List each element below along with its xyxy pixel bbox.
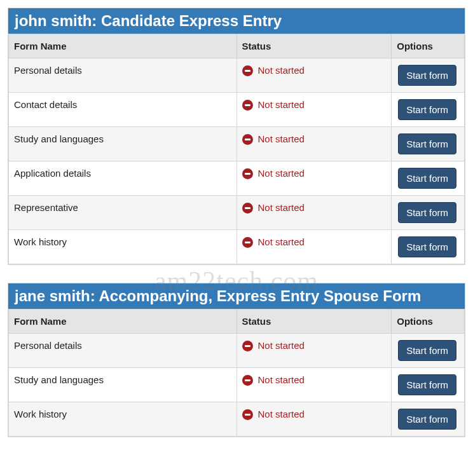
minus-circle-icon xyxy=(242,375,253,386)
status-cell: Not started xyxy=(236,58,392,93)
minus-circle-icon xyxy=(242,203,253,214)
start-form-button[interactable]: Start form xyxy=(398,65,456,86)
status-text: Not started xyxy=(258,168,305,179)
form-name-cell: Work history xyxy=(9,230,237,264)
form-name-cell: Representative xyxy=(9,196,237,230)
status-cell: Not started xyxy=(236,196,392,230)
start-form-button[interactable]: Start form xyxy=(398,133,456,154)
table-row: Study and languages Not started Start fo… xyxy=(9,368,465,402)
status-cell: Not started xyxy=(236,161,392,196)
table-row: Study and languages Not started Start fo… xyxy=(9,127,465,161)
page-container: john smith: Candidate Express Entry Form… xyxy=(8,8,465,437)
start-form-button[interactable]: Start form xyxy=(398,340,456,361)
start-form-button[interactable]: Start form xyxy=(398,202,456,223)
status-text: Not started xyxy=(258,374,305,385)
minus-circle-icon xyxy=(242,409,253,420)
panel-title: john smith: Candidate Express Entry xyxy=(8,8,465,34)
table-row: Representative Not started Start form xyxy=(9,196,465,230)
status-text: Not started xyxy=(258,65,305,76)
minus-circle-icon xyxy=(242,134,253,145)
col-header-form-name: Form Name xyxy=(9,309,237,334)
table-row: Personal details Not started Start form xyxy=(9,334,465,368)
form-name-cell: Work history xyxy=(9,402,237,437)
form-name-cell: Application details xyxy=(9,161,237,196)
form-name-cell: Study and languages xyxy=(9,368,237,402)
table-row: Work history Not started Start form xyxy=(9,402,465,437)
status-cell: Not started xyxy=(236,334,392,368)
start-form-button[interactable]: Start form xyxy=(398,99,456,120)
start-form-button[interactable]: Start form xyxy=(398,236,456,257)
table-row: Personal details Not started Start form xyxy=(9,58,465,93)
form-name-cell: Contact details xyxy=(9,93,237,127)
status-text: Not started xyxy=(258,99,305,110)
col-header-status: Status xyxy=(236,34,392,58)
form-name-cell: Personal details xyxy=(9,334,237,368)
col-header-form-name: Form Name xyxy=(9,34,237,58)
status-cell: Not started xyxy=(236,368,392,402)
col-header-options: Options xyxy=(392,34,465,58)
status-text: Not started xyxy=(258,409,305,419)
status-cell: Not started xyxy=(236,93,392,127)
status-cell: Not started xyxy=(236,402,392,437)
forms-table: Form Name Status Options Personal detail… xyxy=(8,34,465,264)
start-form-button[interactable]: Start form xyxy=(398,409,456,430)
minus-circle-icon xyxy=(242,100,253,111)
status-cell: Not started xyxy=(236,230,392,264)
col-header-options: Options xyxy=(392,309,465,334)
table-row: Work history Not started Start form xyxy=(9,230,465,264)
table-row: Application details Not started Start fo… xyxy=(9,161,465,196)
forms-panel: jane smith: Accompanying, Express Entry … xyxy=(8,283,465,437)
status-text: Not started xyxy=(258,340,305,351)
table-row: Contact details Not started Start form xyxy=(9,93,465,127)
minus-circle-icon xyxy=(242,168,253,179)
minus-circle-icon xyxy=(242,65,253,76)
start-form-button[interactable]: Start form xyxy=(398,374,456,395)
form-name-cell: Study and languages xyxy=(9,127,237,161)
table-header-row: Form Name Status Options xyxy=(9,34,465,58)
status-cell: Not started xyxy=(236,127,392,161)
form-name-cell: Personal details xyxy=(9,58,237,93)
status-text: Not started xyxy=(258,202,305,213)
panel-title: jane smith: Accompanying, Express Entry … xyxy=(8,283,465,309)
forms-table: Form Name Status Options Personal detail… xyxy=(8,309,465,437)
col-header-status: Status xyxy=(236,309,392,334)
table-header-row: Form Name Status Options xyxy=(9,309,465,334)
status-text: Not started xyxy=(258,133,305,144)
forms-panel: john smith: Candidate Express Entry Form… xyxy=(8,8,465,265)
start-form-button[interactable]: Start form xyxy=(398,168,456,189)
status-text: Not started xyxy=(258,236,305,247)
minus-circle-icon xyxy=(242,341,253,351)
minus-circle-icon xyxy=(242,237,253,248)
